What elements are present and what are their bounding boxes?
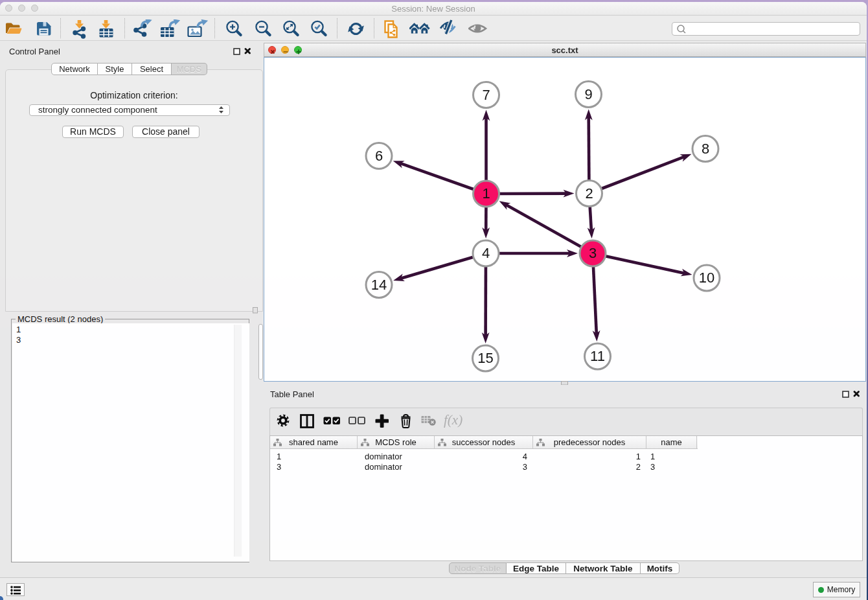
- svg-text:10: 10: [699, 270, 714, 286]
- svg-text:3: 3: [589, 245, 597, 261]
- svg-text:14: 14: [371, 277, 387, 293]
- svg-text:9: 9: [584, 86, 592, 102]
- svg-text:15: 15: [477, 350, 493, 366]
- svg-text:1: 1: [482, 185, 490, 202]
- svg-text:8: 8: [702, 141, 709, 157]
- svg-text:7: 7: [482, 87, 490, 103]
- svg-text:4: 4: [482, 245, 490, 261]
- svg-text:6: 6: [375, 148, 383, 164]
- svg-text:11: 11: [590, 348, 605, 364]
- svg-text:2: 2: [585, 185, 593, 202]
